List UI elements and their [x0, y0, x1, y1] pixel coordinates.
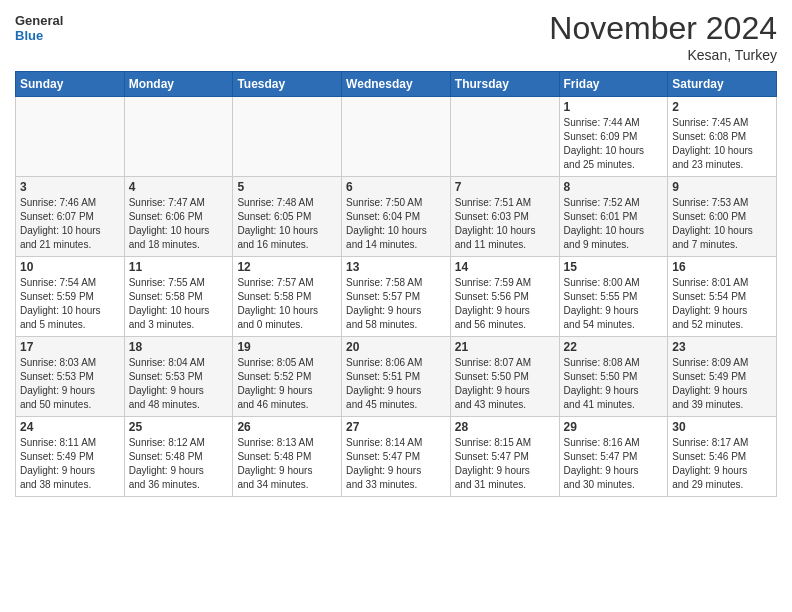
day-number: 21 — [455, 340, 555, 354]
calendar-cell — [450, 97, 559, 177]
calendar-cell: 30Sunrise: 8:17 AM Sunset: 5:46 PM Dayli… — [668, 417, 777, 497]
day-number: 3 — [20, 180, 120, 194]
day-info: Sunrise: 7:45 AM Sunset: 6:08 PM Dayligh… — [672, 116, 772, 172]
calendar-cell: 19Sunrise: 8:05 AM Sunset: 5:52 PM Dayli… — [233, 337, 342, 417]
day-info: Sunrise: 7:47 AM Sunset: 6:06 PM Dayligh… — [129, 196, 229, 252]
month-title: November 2024 — [549, 10, 777, 47]
calendar-cell: 7Sunrise: 7:51 AM Sunset: 6:03 PM Daylig… — [450, 177, 559, 257]
calendar-week-row: 17Sunrise: 8:03 AM Sunset: 5:53 PM Dayli… — [16, 337, 777, 417]
calendar-cell — [16, 97, 125, 177]
calendar-cell: 16Sunrise: 8:01 AM Sunset: 5:54 PM Dayli… — [668, 257, 777, 337]
calendar-cell: 6Sunrise: 7:50 AM Sunset: 6:04 PM Daylig… — [342, 177, 451, 257]
day-info: Sunrise: 7:50 AM Sunset: 6:04 PM Dayligh… — [346, 196, 446, 252]
calendar-cell: 3Sunrise: 7:46 AM Sunset: 6:07 PM Daylig… — [16, 177, 125, 257]
day-info: Sunrise: 8:06 AM Sunset: 5:51 PM Dayligh… — [346, 356, 446, 412]
day-info: Sunrise: 8:00 AM Sunset: 5:55 PM Dayligh… — [564, 276, 664, 332]
day-number: 29 — [564, 420, 664, 434]
day-number: 1 — [564, 100, 664, 114]
calendar-week-row: 1Sunrise: 7:44 AM Sunset: 6:09 PM Daylig… — [16, 97, 777, 177]
calendar-cell: 28Sunrise: 8:15 AM Sunset: 5:47 PM Dayli… — [450, 417, 559, 497]
day-info: Sunrise: 7:52 AM Sunset: 6:01 PM Dayligh… — [564, 196, 664, 252]
calendar-cell: 18Sunrise: 8:04 AM Sunset: 5:53 PM Dayli… — [124, 337, 233, 417]
day-number: 7 — [455, 180, 555, 194]
day-number: 25 — [129, 420, 229, 434]
day-number: 24 — [20, 420, 120, 434]
location: Kesan, Turkey — [549, 47, 777, 63]
day-info: Sunrise: 8:17 AM Sunset: 5:46 PM Dayligh… — [672, 436, 772, 492]
day-number: 22 — [564, 340, 664, 354]
calendar-table: SundayMondayTuesdayWednesdayThursdayFrid… — [15, 71, 777, 497]
calendar-cell: 25Sunrise: 8:12 AM Sunset: 5:48 PM Dayli… — [124, 417, 233, 497]
day-number: 4 — [129, 180, 229, 194]
calendar-cell: 10Sunrise: 7:54 AM Sunset: 5:59 PM Dayli… — [16, 257, 125, 337]
weekday-header: Sunday — [16, 72, 125, 97]
calendar-cell: 23Sunrise: 8:09 AM Sunset: 5:49 PM Dayli… — [668, 337, 777, 417]
calendar-cell: 29Sunrise: 8:16 AM Sunset: 5:47 PM Dayli… — [559, 417, 668, 497]
calendar-cell: 8Sunrise: 7:52 AM Sunset: 6:01 PM Daylig… — [559, 177, 668, 257]
day-info: Sunrise: 8:14 AM Sunset: 5:47 PM Dayligh… — [346, 436, 446, 492]
day-info: Sunrise: 7:57 AM Sunset: 5:58 PM Dayligh… — [237, 276, 337, 332]
day-number: 13 — [346, 260, 446, 274]
logo: General Blue — [15, 10, 75, 45]
calendar-week-row: 3Sunrise: 7:46 AM Sunset: 6:07 PM Daylig… — [16, 177, 777, 257]
day-number: 20 — [346, 340, 446, 354]
day-number: 6 — [346, 180, 446, 194]
day-info: Sunrise: 7:59 AM Sunset: 5:56 PM Dayligh… — [455, 276, 555, 332]
calendar-cell: 17Sunrise: 8:03 AM Sunset: 5:53 PM Dayli… — [16, 337, 125, 417]
day-info: Sunrise: 7:58 AM Sunset: 5:57 PM Dayligh… — [346, 276, 446, 332]
calendar-cell: 5Sunrise: 7:48 AM Sunset: 6:05 PM Daylig… — [233, 177, 342, 257]
day-info: Sunrise: 8:01 AM Sunset: 5:54 PM Dayligh… — [672, 276, 772, 332]
calendar-cell: 2Sunrise: 7:45 AM Sunset: 6:08 PM Daylig… — [668, 97, 777, 177]
weekday-header: Saturday — [668, 72, 777, 97]
calendar-cell: 15Sunrise: 8:00 AM Sunset: 5:55 PM Dayli… — [559, 257, 668, 337]
day-number: 11 — [129, 260, 229, 274]
calendar-cell: 13Sunrise: 7:58 AM Sunset: 5:57 PM Dayli… — [342, 257, 451, 337]
page: General Blue November 2024 Kesan, Turkey… — [0, 0, 792, 507]
day-info: Sunrise: 8:11 AM Sunset: 5:49 PM Dayligh… — [20, 436, 120, 492]
day-info: Sunrise: 7:51 AM Sunset: 6:03 PM Dayligh… — [455, 196, 555, 252]
day-number: 27 — [346, 420, 446, 434]
svg-text:Blue: Blue — [15, 28, 43, 43]
day-info: Sunrise: 8:04 AM Sunset: 5:53 PM Dayligh… — [129, 356, 229, 412]
day-info: Sunrise: 8:15 AM Sunset: 5:47 PM Dayligh… — [455, 436, 555, 492]
svg-marker-1 — [67, 12, 75, 22]
weekday-header-row: SundayMondayTuesdayWednesdayThursdayFrid… — [16, 72, 777, 97]
calendar-week-row: 24Sunrise: 8:11 AM Sunset: 5:49 PM Dayli… — [16, 417, 777, 497]
day-info: Sunrise: 8:08 AM Sunset: 5:50 PM Dayligh… — [564, 356, 664, 412]
day-info: Sunrise: 7:55 AM Sunset: 5:58 PM Dayligh… — [129, 276, 229, 332]
calendar-cell: 22Sunrise: 8:08 AM Sunset: 5:50 PM Dayli… — [559, 337, 668, 417]
day-number: 2 — [672, 100, 772, 114]
calendar-cell: 1Sunrise: 7:44 AM Sunset: 6:09 PM Daylig… — [559, 97, 668, 177]
day-number: 30 — [672, 420, 772, 434]
day-number: 23 — [672, 340, 772, 354]
calendar-week-row: 10Sunrise: 7:54 AM Sunset: 5:59 PM Dayli… — [16, 257, 777, 337]
day-info: Sunrise: 8:16 AM Sunset: 5:47 PM Dayligh… — [564, 436, 664, 492]
title-block: November 2024 Kesan, Turkey — [549, 10, 777, 63]
day-info: Sunrise: 7:48 AM Sunset: 6:05 PM Dayligh… — [237, 196, 337, 252]
calendar-cell: 11Sunrise: 7:55 AM Sunset: 5:58 PM Dayli… — [124, 257, 233, 337]
calendar-cell — [233, 97, 342, 177]
svg-text:General: General — [15, 13, 63, 28]
day-number: 28 — [455, 420, 555, 434]
day-number: 19 — [237, 340, 337, 354]
calendar-cell: 4Sunrise: 7:47 AM Sunset: 6:06 PM Daylig… — [124, 177, 233, 257]
calendar-cell: 14Sunrise: 7:59 AM Sunset: 5:56 PM Dayli… — [450, 257, 559, 337]
calendar-cell: 21Sunrise: 8:07 AM Sunset: 5:50 PM Dayli… — [450, 337, 559, 417]
day-number: 10 — [20, 260, 120, 274]
calendar-cell: 27Sunrise: 8:14 AM Sunset: 5:47 PM Dayli… — [342, 417, 451, 497]
day-number: 12 — [237, 260, 337, 274]
day-info: Sunrise: 7:54 AM Sunset: 5:59 PM Dayligh… — [20, 276, 120, 332]
day-number: 5 — [237, 180, 337, 194]
calendar-cell — [342, 97, 451, 177]
day-number: 15 — [564, 260, 664, 274]
day-info: Sunrise: 8:12 AM Sunset: 5:48 PM Dayligh… — [129, 436, 229, 492]
day-info: Sunrise: 8:05 AM Sunset: 5:52 PM Dayligh… — [237, 356, 337, 412]
day-number: 26 — [237, 420, 337, 434]
day-number: 8 — [564, 180, 664, 194]
day-number: 14 — [455, 260, 555, 274]
day-info: Sunrise: 7:53 AM Sunset: 6:00 PM Dayligh… — [672, 196, 772, 252]
calendar-cell: 12Sunrise: 7:57 AM Sunset: 5:58 PM Dayli… — [233, 257, 342, 337]
day-number: 9 — [672, 180, 772, 194]
header: General Blue November 2024 Kesan, Turkey — [15, 10, 777, 63]
calendar-cell: 9Sunrise: 7:53 AM Sunset: 6:00 PM Daylig… — [668, 177, 777, 257]
